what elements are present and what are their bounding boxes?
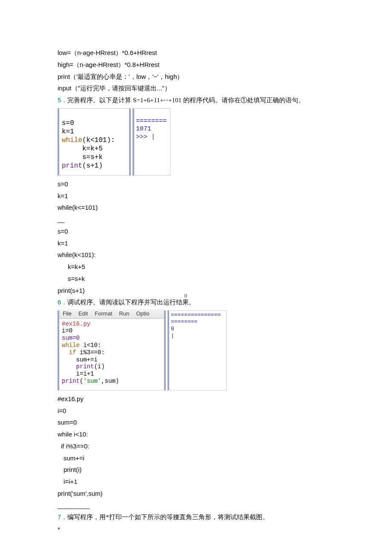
code-text: i=i+1 [62,370,94,377]
code-line: k=1 [58,190,334,202]
code-line: sum+=i [58,452,334,464]
code-line: input（"运行完毕，请按回车键退出..."） [58,82,334,94]
code-line: k=k+5 [58,261,334,273]
code-line: s=s+k [58,273,334,285]
code-line: s=0 [58,225,334,237]
code-window: s=0 k=1 while(k<101): k=k+5 s=s+k print(… [58,108,131,176]
menu-options[interactable]: Optio [136,310,149,317]
code-line: _________ [58,500,334,512]
code-text: (s+1) [82,162,103,170]
output-window: =============== ======== 0 | [167,310,227,390]
code-text: sum+=i [62,356,98,363]
code-line: * [58,523,334,535]
menu-file[interactable]: File [63,310,72,317]
code-line: high=（n-age-HRrest）*0.8+HRrest [58,59,334,71]
code-line: print(i) [58,464,334,476]
output-text: 0 [171,326,174,332]
question-number: 6． [58,298,67,306]
output-text: ======== [136,118,167,125]
menu-format[interactable]: Format [95,310,112,317]
output-text: >>> | [136,133,155,141]
screenshot-q6: FileEditFormatRunOptio#ex16.py i=0 sum=0… [58,310,334,390]
screenshot-q5: s=0 k=1 while(k<101): k=k+5 s=s+k print(… [58,108,334,176]
code-window: FileEditFormatRunOptio#ex16.py i=0 sum=0… [58,310,166,390]
function: print [62,378,80,384]
code-line: low=（n-age-HRrest）*0.6+HRrest [58,47,334,59]
code-line: while i<10: [58,428,334,440]
code-line: sum=0 [58,416,334,428]
code-text: sum=0 [62,335,80,341]
code-text: s=0 [62,119,74,127]
output-text: ======== [171,318,197,325]
question-text: 编写程序，用*打印一个如下所示的等腰直角三角形，将测试结果截图。 [67,514,269,520]
output-text: | [171,332,174,339]
question-7: 7．编写程序，用*打印一个如下所示的等腰直角三角形，将测试结果截图。 [58,511,334,523]
code-text: (k<101): [82,136,115,144]
code-text: i%3==0: [76,349,105,356]
keyword: if [62,349,76,356]
code-line: if i%3==0: [58,440,334,452]
output-text: 1071 [136,125,151,133]
code-text: s=s+k [62,153,103,161]
function: print [62,162,82,170]
code-text: print(s+1) [58,287,85,294]
code-text: i<10: [80,342,101,349]
document-page: low=（n-age-HRrest）*0.6+HRrest high=（n-ag… [0,0,392,555]
pause-icon [184,289,188,293]
output-window: ======== 1071 >>> | [133,108,170,176]
code-line: __ [58,214,334,225]
question-5: 5．完善程序。以下是计算 S=1+6+11+···+101 的程序代码。请你在①… [58,94,334,107]
menubar: FileEditFormatRunOptio [59,309,164,319]
keyword: while [62,136,82,144]
question-text: 调试程序。请阅读以下程序并写出运行结果。 [67,299,195,306]
comment: #ex16.py [62,321,90,327]
output-text: =============== [171,312,221,318]
code-text: (i) [94,363,105,370]
code-text: i=0 [62,327,72,334]
code-line: s=0 [58,178,334,190]
question-6: 6．调试程序。请阅读以下程序并写出运行结果。 [58,296,334,309]
code-line: print(s+1) [58,285,334,297]
code-line: while(k<101): [58,249,334,261]
code-line: print('sum',sum) [58,488,334,500]
code-text: ,sum) [101,378,119,384]
code-text: k=k+5 [62,145,103,153]
menu-edit[interactable]: Edit [78,310,88,317]
question-number: 5． [58,96,67,104]
code-text: k=1 [62,128,74,136]
string: 'sum' [83,378,101,384]
code-line: while(k<=101) [58,202,334,214]
function: print [62,363,94,370]
code-line: print（'最适宜的心率是：'，low，'~'，high） [58,71,334,83]
code-line: #ex16.py [58,393,334,405]
code-line: k=1 [58,237,334,249]
keyword: while [62,342,80,349]
question-text: 完善程序。以下是计算 S=1+6+11+···+101 的程序代码。请你在①处填… [67,97,304,104]
code-line: i=0 [58,405,334,417]
question-number: 7． [58,513,67,520]
menu-run[interactable]: Run [119,310,130,317]
code-line: i=i+1 [58,476,334,488]
